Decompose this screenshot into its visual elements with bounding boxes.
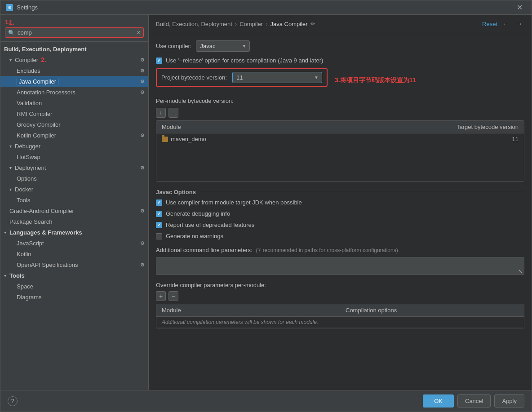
expand-icon[interactable]: ⤡ — [518, 268, 523, 275]
compiler-select[interactable]: Javac Eclipse Ajc — [196, 40, 250, 52]
reset-button[interactable]: Reset — [482, 21, 497, 27]
sidebar-label-annotation: Annotation Processors — [17, 89, 75, 96]
remove-override-button[interactable]: − — [168, 291, 178, 301]
sidebar-item-javascript[interactable]: JavaScript ⚙ — [0, 238, 148, 248]
bottom-bar: ? OK Cancel Apply — [0, 390, 532, 412]
sidebar-item-space[interactable]: Space — [0, 281, 148, 292]
annotation-icon: ⚙ — [140, 89, 145, 95]
breadcrumb-edit-icon: ✏ — [310, 21, 315, 27]
sidebar-label-groovy: Groovy Compiler — [17, 121, 61, 128]
use-compiler-checkbox[interactable] — [156, 199, 162, 206]
table-header: Module Target bytecode version — [156, 121, 524, 133]
sidebar-item-groovy[interactable]: Groovy Compiler — [0, 119, 148, 130]
sidebar-item-languages[interactable]: ▾ Languages & Frameworks — [0, 227, 148, 238]
breadcrumb-controls: Reset ← → — [482, 19, 524, 28]
bytecode-select[interactable]: 8 9 10 11 12 13 14 — [232, 72, 322, 83]
debugger-arrow: ▾ — [9, 144, 15, 149]
use-compiler-label: Use compiler: — [156, 43, 191, 49]
sidebar-label-compiler: Compiler — [15, 57, 38, 63]
close-button[interactable]: ✕ — [513, 1, 526, 13]
main-panel: Build, Execution, Deployment › Compiler … — [149, 15, 532, 390]
cancel-button[interactable]: Cancel — [457, 394, 491, 408]
table-header-version: Target bytecode version — [340, 121, 524, 133]
docker-arrow: ▾ — [9, 187, 15, 192]
override-hint-text: Additional compilation parameters will b… — [162, 319, 519, 325]
breadcrumb-sep-2: › — [266, 21, 267, 27]
sidebar-item-excludes[interactable]: Excludes ⚙ — [0, 65, 148, 76]
cmd-textarea[interactable] — [156, 257, 524, 275]
sidebar-label-validation: Validation — [17, 100, 42, 106]
sidebar-label-rmi: RMI Compiler — [17, 111, 52, 117]
release-option-row: Use '--release' option for cross-compila… — [156, 57, 524, 64]
sidebar: 1. 🔍 ✕ 1. Build, Execution, Deployment ▾… — [0, 15, 149, 390]
deprecated-option-label: Report use of deprecated features — [166, 222, 254, 228]
override-toolbar: + − — [156, 291, 524, 301]
apply-button[interactable]: Apply — [494, 394, 524, 408]
settings-window: ⚙ Settings ✕ 1. 🔍 ✕ 1. — [0, 0, 532, 412]
override-hint-row: Additional compilation parameters will b… — [156, 317, 524, 328]
breadcrumb-part-3: Java Compiler — [270, 21, 308, 27]
sidebar-item-package-search[interactable]: Package Search — [0, 216, 148, 227]
sidebar-item-docker-tools[interactable]: Tools — [0, 195, 148, 205]
sidebar-item-compiler[interactable]: ▾ Compiler 2. ⚙ — [0, 54, 148, 65]
sidebar-item-build-execution-deployment[interactable]: Build, Execution, Deployment — [0, 44, 148, 54]
debug-checkbox[interactable] — [156, 211, 162, 217]
javac-options: Use compiler from module target JDK when… — [156, 199, 524, 239]
use-compiler-option-label: Use compiler from module target JDK when… — [166, 199, 302, 206]
back-button[interactable]: ← — [501, 19, 511, 28]
sidebar-label-tools: Tools — [9, 272, 25, 279]
no-warnings-checkbox[interactable] — [156, 233, 162, 239]
sidebar-item-validation[interactable]: Validation — [0, 97, 148, 108]
breadcrumb-part-1: Build, Execution, Deployment — [156, 21, 232, 27]
add-override-button[interactable]: + — [156, 291, 166, 301]
sidebar-label-debugger: Debugger — [15, 143, 40, 150]
javascript-icon: ⚙ — [140, 240, 145, 246]
sidebar-item-debugger[interactable]: ▾ Debugger — [0, 141, 148, 151]
sidebar-item-openapi[interactable]: OpenAPI Specifications ⚙ — [0, 259, 148, 270]
sidebar-label-excludes: Excludes — [17, 67, 40, 74]
cmd-area-wrap: ⤡ — [156, 257, 524, 276]
bytecode-row: Project bytecode version: 8 9 10 11 12 1… — [156, 68, 328, 87]
sidebar-item-diagrams[interactable]: Diagrams — [0, 292, 148, 302]
app-icon: ⚙ — [6, 4, 13, 11]
breadcrumb-part-2: Compiler — [239, 21, 263, 27]
deprecated-checkbox[interactable] — [156, 222, 162, 228]
sidebar-item-hotswap[interactable]: HotSwap — [0, 151, 148, 162]
bytecode-label: Project bytecode version: — [161, 74, 227, 81]
remove-module-button[interactable]: − — [168, 108, 178, 118]
sidebar-item-tools[interactable]: ▾ Tools — [0, 270, 148, 281]
breadcrumb: Build, Execution, Deployment › Compiler … — [149, 15, 532, 33]
sidebar-item-rmi[interactable]: RMI Compiler — [0, 108, 148, 119]
sidebar-item-annotation[interactable]: Annotation Processors ⚙ — [0, 87, 148, 97]
sidebar-item-java-compiler[interactable]: Java Compiler ⚙ — [0, 76, 148, 87]
sidebar-label-hotswap: HotSwap — [17, 154, 40, 160]
add-module-button[interactable]: + — [156, 108, 166, 118]
javac-section-label: Javac Options — [156, 189, 196, 195]
sidebar-label-kotlin: Kotlin — [17, 251, 31, 257]
tree: Build, Execution, Deployment ▾ Compiler … — [0, 42, 148, 390]
sidebar-label-docker-tools: Tools — [17, 197, 30, 204]
per-module-toolbar: + − — [156, 108, 524, 118]
sidebar-item-gradle-android[interactable]: Gradle-Android Compiler ⚙ — [0, 205, 148, 216]
use-compiler-row: Use compiler: Javac Eclipse Ajc ▼ — [156, 40, 524, 52]
title-bar-left: ⚙ Settings — [6, 4, 38, 11]
sidebar-item-deployment[interactable]: ▾ Deployment ⚙ — [0, 162, 148, 173]
search-clear-button[interactable]: ✕ — [137, 30, 141, 35]
java-compiler-icon: ⚙ — [140, 79, 145, 84]
sidebar-label-gradle: Gradle-Android Compiler — [9, 208, 74, 214]
cmd-label: Additional command line parameters: — [156, 247, 253, 253]
annotation-1-label: 1. — [9, 19, 14, 26]
deployment-arrow: ▾ — [9, 165, 15, 170]
help-button[interactable]: ? — [8, 396, 18, 406]
sidebar-item-docker[interactable]: ▾ Docker — [0, 184, 148, 195]
sidebar-item-options[interactable]: Options — [0, 173, 148, 184]
table-row[interactable]: maven_demo 11 — [156, 133, 524, 145]
forward-button[interactable]: → — [514, 19, 524, 28]
module-cell: maven_demo — [162, 136, 340, 142]
ok-button[interactable]: OK — [423, 394, 454, 408]
sidebar-label-options: Options — [17, 175, 37, 182]
sidebar-item-kotlin[interactable]: Kotlin — [0, 248, 148, 259]
sidebar-item-kotlin-compiler[interactable]: Kotlin Compiler ⚙ — [0, 130, 148, 141]
search-input[interactable] — [18, 29, 134, 36]
release-checkbox[interactable] — [156, 58, 162, 64]
